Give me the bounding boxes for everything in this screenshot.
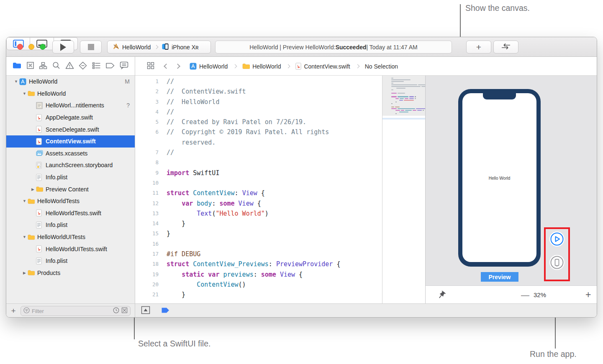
line-number — [135, 137, 159, 148]
pin-preview-button[interactable] — [437, 290, 446, 301]
symbol-navigator-tab[interactable] — [39, 62, 47, 71]
tree-row-helloworlduitests-swift[interactable]: HelloWorldUITests.swift — [6, 243, 135, 255]
play-icon — [60, 43, 66, 51]
tree-row-preview-content[interactable]: ▶Preview Content — [6, 183, 135, 195]
hide-debug-area-button[interactable] — [141, 306, 150, 316]
code-line[interactable]: 19 static var previews: some View { — [135, 270, 382, 280]
code-review-button[interactable] — [493, 41, 518, 53]
breadcrumb-selection[interactable]: No Selection — [365, 63, 398, 70]
folder-icon — [28, 198, 35, 205]
breadcrumb-project[interactable]: HelloWorld — [190, 63, 228, 70]
file-status-badge: M — [125, 78, 130, 85]
recent-files-filter-icon[interactable] — [113, 307, 119, 315]
tree-row-scenedelegate-swift[interactable]: SceneDelegate.swift — [6, 123, 135, 135]
code-line[interactable]: 5// Created by Ravi Patel on 7/26/19. — [135, 117, 382, 127]
code-line[interactable]: 15} — [135, 229, 382, 239]
code-line[interactable]: 2// ContentView.swift — [135, 87, 382, 97]
code-line[interactable]: 18struct ContentView_Previews: PreviewPr… — [135, 259, 382, 269]
tree-row-info-plist[interactable]: Info.plist — [6, 219, 135, 231]
source-control-navigator-tab[interactable] — [26, 61, 34, 71]
close-window-button[interactable] — [17, 44, 23, 50]
disclosure-triangle-icon[interactable]: ▼ — [13, 79, 19, 84]
code-line[interactable]: 12 var body: some View { — [135, 199, 382, 209]
code-line[interactable]: 21 } — [135, 290, 382, 300]
file-status-badge: ? — [126, 102, 130, 109]
add-file-button[interactable]: + — [6, 306, 21, 316]
scm-status-filter-icon[interactable] — [121, 307, 128, 315]
code-line[interactable]: 7// — [135, 148, 382, 158]
jump-bar-row: HelloWorld HelloWorld ContentView.swift … — [6, 57, 597, 76]
related-items-icon[interactable] — [147, 62, 154, 71]
project-navigator-tab[interactable] — [13, 62, 21, 71]
find-navigator-tab[interactable] — [52, 61, 60, 71]
plist-icon — [36, 221, 43, 229]
issue-navigator-tab[interactable] — [65, 61, 74, 71]
breadcrumb-file[interactable]: ContentView.swift — [295, 63, 350, 70]
source-editor[interactable]: 1//2// ContentView.swift3// HelloWorld4/… — [135, 76, 382, 303]
library-button[interactable]: + — [466, 41, 491, 53]
annotation-highlight-box — [544, 227, 570, 281]
tree-row-helloworld[interactable]: ▼HelloWorldM — [6, 76, 135, 88]
tree-row-label: Info.plist — [46, 174, 130, 181]
report-navigator-tab[interactable] — [120, 61, 128, 71]
breadcrumb-group[interactable]: HelloWorld — [242, 63, 281, 70]
tree-row-appdelegate-swift[interactable]: AppDelegate.swift — [6, 112, 135, 124]
scheme-selector[interactable]: HelloWorld iPhone Xʀ — [107, 41, 211, 53]
go-forward-button[interactable] — [175, 64, 180, 69]
chevron-right-icon — [286, 64, 290, 69]
tree-row-label: Info.plist — [46, 257, 130, 264]
zoom-in-button[interactable]: + — [585, 289, 591, 300]
line-number: 3 — [135, 97, 159, 107]
tree-row-helloworld[interactable]: ▼HelloWorld — [6, 88, 135, 100]
scheme-app-icon — [113, 43, 120, 51]
tree-row-info-plist[interactable]: Info.plist — [6, 255, 135, 267]
disclosure-triangle-icon[interactable]: ▼ — [21, 199, 28, 203]
code-line[interactable]: 3// HelloWorld — [135, 97, 382, 107]
canvas-bottom-bar: — 32% + — [426, 285, 597, 303]
disclosure-triangle-icon[interactable]: ▼ — [21, 92, 28, 96]
editor-minimap[interactable] — [382, 76, 425, 303]
disclosure-triangle-icon[interactable]: ▼ — [21, 235, 28, 239]
tree-row-products[interactable]: ▶Products — [6, 267, 135, 279]
filter-field[interactable]: Filter — [21, 306, 131, 316]
run-button[interactable] — [52, 41, 74, 53]
zoom-out-button[interactable]: — — [521, 290, 529, 300]
tree-row-label: HelloWorldUITests.swift — [46, 246, 130, 252]
code-line[interactable]: 6// Copyright © 2019 Ravi Patel. All rig… — [135, 127, 382, 137]
test-navigator-tab[interactable] — [79, 61, 87, 71]
code-text — [159, 239, 167, 249]
tree-row-info-plist[interactable]: Info.plist — [6, 171, 135, 183]
code-line[interactable]: 11struct ContentView: View { — [135, 188, 382, 198]
breakpoints-toggle-button[interactable] — [161, 307, 169, 315]
code-line[interactable]: 14 } — [135, 219, 382, 229]
code-line[interactable]: 16 — [135, 239, 382, 249]
code-line[interactable]: 20 ContentView() — [135, 280, 382, 290]
code-line[interactable]: 17#if DEBUG — [135, 249, 382, 259]
code-line[interactable]: 1// — [135, 76, 382, 87]
disclosure-triangle-icon[interactable]: ▶ — [30, 187, 36, 191]
tree-row-helloworlduitests[interactable]: ▼HelloWorldUITests — [6, 231, 135, 243]
code-line[interactable]: 13 Text("Hello World") — [135, 209, 382, 219]
stop-button[interactable] — [80, 41, 102, 53]
tree-row-contentview-swift[interactable]: ContentView.swift — [6, 135, 135, 148]
tree-row-helloworl-ntitlements[interactable]: HelloWorl...ntitlements? — [6, 99, 135, 112]
zoom-percentage[interactable]: 32% — [534, 291, 546, 298]
tree-row-launchscreen-storyboard[interactable]: LaunchScreen.storyboard — [6, 159, 135, 171]
code-line[interactable]: 4// — [135, 107, 382, 117]
code-line[interactable]: 9import SwiftUI — [135, 168, 382, 178]
tree-row-helloworldtests[interactable]: ▼HelloWorldTests — [6, 195, 135, 207]
chevron-right-icon — [154, 45, 159, 49]
zoom-window-button[interactable] — [40, 44, 46, 50]
go-back-button[interactable] — [164, 64, 169, 69]
tree-row-helloworldtests-swift[interactable]: HelloWorldTests.swift — [6, 207, 135, 219]
folder-icon — [242, 63, 250, 69]
tree-row-assets-xcassets[interactable]: Assets.xcassets — [6, 148, 135, 160]
tree-row-label: HelloWorl...ntitlements — [46, 102, 126, 109]
code-line[interactable]: 10 — [135, 178, 382, 188]
code-line[interactable]: 8 — [135, 158, 382, 168]
breakpoint-navigator-tab[interactable] — [105, 62, 115, 71]
minimize-window-button[interactable] — [28, 44, 34, 50]
debug-navigator-tab[interactable] — [92, 62, 101, 71]
disclosure-triangle-icon[interactable]: ▶ — [21, 271, 28, 275]
code-line[interactable]: reserved. — [135, 137, 382, 148]
